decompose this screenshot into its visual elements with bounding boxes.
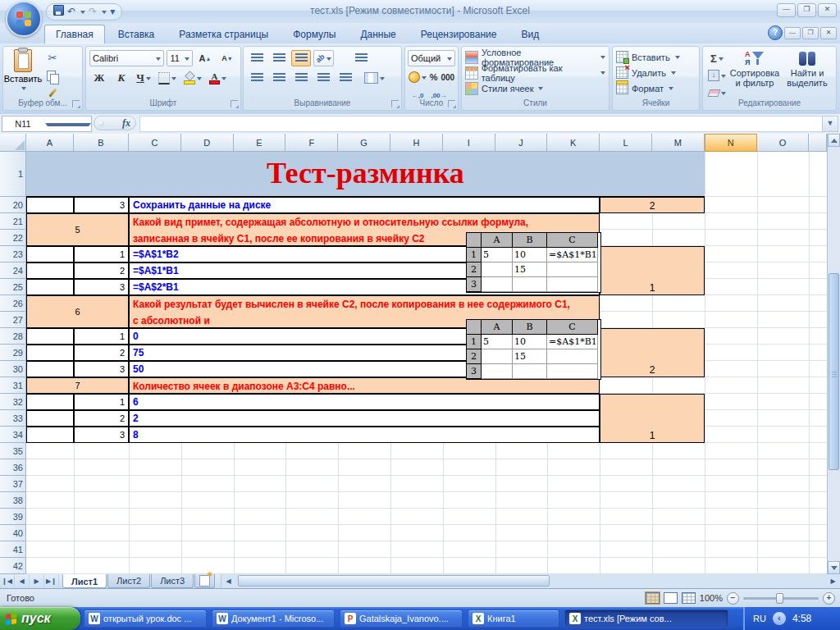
taskbar-button-3[interactable]: PGatalskaja_Ivanovo.... xyxy=(340,609,463,628)
column-header-K[interactable]: K xyxy=(547,134,600,152)
align-middle-button[interactable] xyxy=(269,50,289,66)
align-bottom-button[interactable] xyxy=(291,50,311,66)
row-header-23[interactable]: 23 xyxy=(0,246,26,262)
answer-text-cell[interactable]: 2 xyxy=(129,410,600,427)
row-header-33[interactable]: 33 xyxy=(0,410,26,427)
taskbar-button-1[interactable]: Wоткрытый урок.doc ... xyxy=(84,609,207,628)
hide-icons-icon[interactable]: ‹ xyxy=(773,612,786,625)
row-header-20[interactable]: 20 xyxy=(0,197,26,213)
score-cell[interactable]: 2 xyxy=(600,328,705,377)
number-dialog-launcher-icon[interactable] xyxy=(448,100,455,107)
row-header-26[interactable]: 26 xyxy=(0,295,26,312)
office-button[interactable] xyxy=(6,1,42,37)
score-cell[interactable]: 1 xyxy=(600,394,705,443)
prev-sheet-icon[interactable]: ◀ xyxy=(15,574,30,588)
row-header-36[interactable]: 36 xyxy=(0,459,26,476)
scroll-up-icon[interactable] xyxy=(828,134,840,147)
styles-item-2[interactable]: Форматировать как таблицу xyxy=(462,65,609,80)
horizontal-scrollbar[interactable]: ◀ ▶ xyxy=(221,574,840,588)
accounting-format-button[interactable] xyxy=(408,69,427,85)
name-box[interactable]: N11 xyxy=(2,116,92,132)
find-select-button[interactable]: Найти и выделить xyxy=(781,50,833,101)
answer-empty-cell[interactable] xyxy=(26,410,74,427)
answer-number-cell[interactable]: 3 xyxy=(74,197,129,213)
close-button[interactable]: ✕ xyxy=(818,3,837,17)
number-format-combo[interactable]: Общий xyxy=(408,50,455,66)
language-indicator[interactable]: RU xyxy=(753,614,766,623)
answer-empty-cell[interactable] xyxy=(26,328,74,345)
answer-empty-cell[interactable] xyxy=(26,197,74,213)
row-header-25[interactable]: 25 xyxy=(0,279,26,295)
row-header-34[interactable]: 34 xyxy=(0,427,26,443)
sort-filter-button[interactable]: АЯ Сортировка и фильтр xyxy=(728,50,781,101)
help-button[interactable]: ? xyxy=(768,25,783,40)
font-dialog-launcher-icon[interactable] xyxy=(231,100,238,107)
orientation-button[interactable]: ab xyxy=(313,50,334,66)
grid-corner[interactable] xyxy=(0,134,26,152)
name-box-dropdown-icon[interactable] xyxy=(45,123,91,129)
answer-empty-cell[interactable] xyxy=(26,279,74,295)
row-header-35[interactable]: 35 xyxy=(0,443,26,459)
row-header-30[interactable]: 30 xyxy=(0,361,26,377)
row-header-24[interactable]: 24 xyxy=(0,262,26,279)
worksheet-grid[interactable]: ABCDEFGHIJKLMNO1202122232425262728293031… xyxy=(0,134,840,574)
page-layout-view-button[interactable] xyxy=(664,592,678,604)
vertical-scroll-thumb[interactable] xyxy=(829,273,839,470)
column-header-B[interactable]: B xyxy=(74,134,129,152)
column-header-G[interactable]: G xyxy=(338,134,390,152)
fill-button[interactable]: ↓ xyxy=(705,67,728,84)
first-sheet-icon[interactable]: ❙◀ xyxy=(0,574,15,588)
answer-empty-cell[interactable] xyxy=(26,345,74,361)
column-header-E[interactable]: E xyxy=(234,134,286,152)
alignment-dialog-launcher-icon[interactable] xyxy=(391,100,399,107)
answer-number-cell[interactable]: 3 xyxy=(74,361,129,377)
ribbon-tab-5[interactable]: Данные xyxy=(349,25,407,43)
column-header-H[interactable]: H xyxy=(390,134,443,152)
answer-number-cell[interactable]: 2 xyxy=(74,345,129,361)
ribbon-tab-6[interactable]: Рецензирование xyxy=(409,25,509,43)
score-cell[interactable]: 2 xyxy=(600,197,705,213)
column-header-A[interactable]: A xyxy=(26,134,74,152)
sheet-tab-2[interactable]: Лист2 xyxy=(107,574,150,588)
row-header-42[interactable]: 42 xyxy=(0,558,26,574)
scroll-down-icon[interactable] xyxy=(828,561,840,574)
sheet-tab-1[interactable]: Лист1 xyxy=(62,574,107,588)
clipboard-dialog-launcher-icon[interactable] xyxy=(72,100,80,107)
zoom-in-button[interactable]: + xyxy=(823,592,835,605)
column-header-D[interactable]: D xyxy=(181,134,234,152)
bold-button[interactable]: Ж xyxy=(89,70,109,86)
answer-number-cell[interactable]: 1 xyxy=(74,394,129,410)
formula-bar-expand-icon[interactable]: ▼ xyxy=(822,116,838,132)
align-right-button[interactable] xyxy=(291,70,311,86)
row-header-41[interactable]: 41 xyxy=(0,541,26,558)
answer-number-cell[interactable]: 3 xyxy=(74,279,129,295)
normal-view-button[interactable] xyxy=(646,592,660,604)
next-sheet-icon[interactable]: ▶ xyxy=(30,574,44,588)
cells-item-2[interactable]: Удалить xyxy=(613,65,699,80)
percent-style-button[interactable]: % xyxy=(428,69,440,85)
align-center-button[interactable] xyxy=(269,70,289,86)
row-header-22[interactable]: 22 xyxy=(0,230,26,246)
row-header-38[interactable]: 38 xyxy=(0,492,26,509)
font-color-button[interactable]: A xyxy=(207,70,229,86)
column-header-C[interactable]: C xyxy=(129,134,181,152)
insert-sheet-tab[interactable] xyxy=(194,574,215,588)
column-header-N[interactable]: N xyxy=(705,134,757,152)
zoom-slider[interactable] xyxy=(743,597,819,600)
row-header-31[interactable]: 31 xyxy=(0,377,26,394)
sheet-tab-3[interactable]: Лист3 xyxy=(151,574,194,588)
column-header-I[interactable]: I xyxy=(443,134,495,152)
font-name-combo[interactable]: Calibri xyxy=(89,50,164,66)
doc-restore-button[interactable]: ❐ xyxy=(802,27,819,39)
ribbon-tab-3[interactable]: Разметка страницы xyxy=(167,25,280,43)
fill-color-button[interactable] xyxy=(181,70,204,86)
ribbon-tab-1[interactable]: Главная xyxy=(44,25,105,43)
borders-button[interactable] xyxy=(156,70,179,86)
cells-item-3[interactable]: Формат xyxy=(613,80,699,96)
shrink-font-button[interactable]: A▼ xyxy=(217,50,237,66)
zoom-out-button[interactable]: − xyxy=(727,592,739,605)
copy-button[interactable] xyxy=(43,67,62,84)
cut-button[interactable]: ✂ xyxy=(43,50,62,66)
decrease-indent-button[interactable] xyxy=(313,70,333,86)
row-header-27[interactable]: 27 xyxy=(0,312,26,328)
